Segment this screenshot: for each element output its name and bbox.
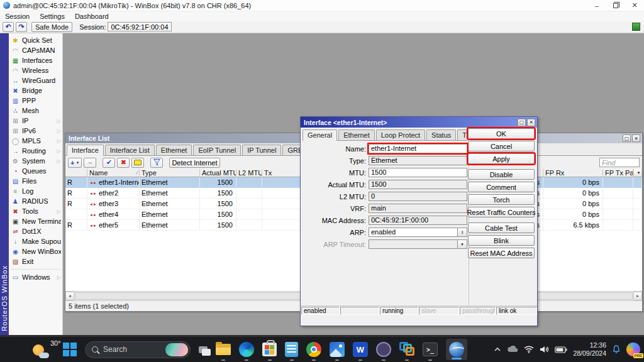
arp-dropdown-icon[interactable]: ⇕ [458, 228, 467, 237]
scroll-left-icon[interactable]: ◄ [65, 292, 74, 300]
tab-interface-list[interactable]: Interface List [105, 145, 155, 155]
blink-button[interactable]: Blink [468, 235, 535, 246]
sidebar-item-dot1x[interactable]: Dot1X [9, 226, 62, 236]
col-name[interactable]: Name∕ [87, 169, 140, 177]
photos-button[interactable] [330, 337, 345, 362]
apply-button[interactable]: Apply [468, 153, 535, 164]
torch-button[interactable]: Torch [468, 194, 535, 205]
add-button[interactable]: +▼ [68, 158, 82, 168]
sidebar-item-log[interactable]: Log [9, 186, 62, 196]
maximize-icon[interactable]: ▢ [518, 119, 526, 126]
col-fp-tx-packet[interactable]: FP Tx Packet [603, 169, 633, 177]
arp-select[interactable]: enabled [369, 228, 458, 237]
ok-button[interactable]: OK [468, 128, 535, 139]
col-l2-mtu[interactable]: L2 MTU [236, 169, 262, 177]
filter-button[interactable] [150, 158, 163, 168]
sidebar-item-system[interactable]: System▷ [9, 156, 62, 166]
sidebar-item-files[interactable]: Files [9, 176, 62, 186]
dialog-titlebar[interactable]: Interface <ether1-Internet> ▢ ✕ [301, 117, 537, 128]
sidebar-item-new-terminal[interactable]: New Terminal [9, 216, 62, 226]
tab-interface[interactable]: Interface [67, 145, 104, 156]
sidebar-item-ppp[interactable]: PPP [9, 96, 62, 106]
tab-ip-tunnel[interactable]: IP Tunnel [242, 145, 281, 155]
sidebar-item-wireguard[interactable]: WireGuard [9, 75, 62, 85]
winbox-taskbar-button[interactable] [446, 337, 467, 362]
find-input[interactable] [599, 158, 640, 167]
copilot-icon[interactable]: PRE [626, 343, 640, 356]
edge-button[interactable] [239, 337, 254, 362]
battery-icon[interactable] [555, 346, 567, 353]
sidebar-item-wireless[interactable]: Wireless [9, 65, 62, 75]
sidebar-item-routing[interactable]: Routing▷ [9, 146, 62, 156]
enable-button[interactable]: ✔ [103, 158, 115, 168]
notification-bell-icon[interactable] [612, 345, 621, 354]
vmware-button[interactable] [399, 337, 414, 362]
sidebar-item-interfaces[interactable]: Interfaces [9, 55, 62, 65]
search-bar[interactable]: Search [85, 337, 191, 362]
chrome-button[interactable] [306, 337, 321, 362]
col-type[interactable]: Type [140, 169, 200, 177]
name-field[interactable]: ether1-Internet [369, 144, 467, 153]
wifi-icon[interactable] [524, 346, 534, 353]
arp-timeout-dropdown-icon[interactable]: ▼ [458, 239, 467, 249]
sidebar-item-windows[interactable]: Windows▷ [9, 272, 62, 282]
notepad-button[interactable] [285, 337, 298, 362]
reset-traffic-counters-button[interactable]: Reset Traffic Counters [468, 207, 535, 217]
restore-button[interactable] [606, 0, 625, 11]
sidebar-item-make-supout[interactable]: Make Supout.rif [9, 236, 62, 246]
maximize-icon[interactable]: ▢ [623, 134, 631, 142]
cancel-button[interactable]: Cancel [468, 141, 535, 151]
onedrive-icon[interactable] [507, 346, 518, 353]
tab-loop-protect[interactable]: Loop Protect [376, 129, 425, 140]
undo-button[interactable]: ↶ [3, 22, 14, 32]
word-button[interactable]: W [353, 337, 368, 362]
tray-chevron-icon[interactable] [494, 347, 501, 352]
task-view-button[interactable] [199, 337, 208, 362]
sidebar-item-ipv6[interactable]: IPv6▷ [9, 126, 62, 136]
sidebar-item-mesh[interactable]: Mesh [9, 106, 62, 116]
cable-test-button[interactable]: Cable Test [468, 222, 535, 233]
detect-internet-button[interactable]: Detect Internet [169, 158, 219, 168]
col-fp-rx[interactable]: FP Rx [543, 169, 603, 177]
comment-button[interactable] [131, 158, 144, 168]
safe-mode-button[interactable]: Safe Mode [31, 22, 72, 32]
scroll-right-icon[interactable]: ► [633, 292, 642, 300]
weather-widget[interactable]: 30° [33, 339, 61, 359]
sidebar-item-mpls[interactable]: MPLS▷ [9, 136, 62, 146]
tab-status[interactable]: Status [426, 129, 456, 140]
sidebar-item-exit[interactable]: Exit [9, 256, 62, 266]
tab-general[interactable]: General [303, 129, 337, 141]
menu-dashboard[interactable]: Dashboard [75, 13, 109, 20]
minimize-button[interactable]: – [587, 0, 606, 11]
sidebar-item-tools[interactable]: Tools▷ [9, 206, 62, 216]
start-button[interactable] [63, 337, 77, 362]
column-chooser-button[interactable]: ▼ [633, 169, 642, 177]
tab-ethernet[interactable]: Ethernet [156, 145, 192, 155]
col-actual-mtu[interactable]: Actual MTU [200, 169, 236, 177]
volume-icon[interactable] [540, 346, 549, 353]
gns3-button[interactable] [376, 337, 391, 362]
reset-mac-address-button[interactable]: Reset MAC Address [468, 248, 535, 258]
sidebar-item-queues[interactable]: Queues [9, 166, 62, 176]
tab-eoip-tunnel[interactable]: EoIP Tunnel [193, 145, 241, 155]
menu-settings[interactable]: Settings [40, 13, 65, 20]
tab-ethernet[interactable]: Ethernet [338, 129, 375, 140]
sidebar-item-quick-set[interactable]: Quick Set [9, 35, 62, 45]
sidebar-item-radius[interactable]: RADIUS [9, 196, 62, 206]
file-explorer-button[interactable] [216, 337, 231, 362]
terminal-button[interactable]: >_ [423, 337, 438, 362]
menu-session[interactable]: Session [5, 13, 30, 20]
close-icon[interactable]: ✕ [527, 119, 535, 126]
sidebar-item-bridge[interactable]: Bridge [9, 85, 62, 96]
col-flag[interactable] [65, 169, 87, 177]
comment-button[interactable]: Comment [468, 182, 535, 192]
disable-button[interactable]: Disable [468, 169, 535, 180]
sidebar-item-capsman[interactable]: CAPsMAN [9, 45, 62, 55]
remove-button[interactable]: − [84, 158, 96, 168]
close-button[interactable]: ✕ [625, 0, 644, 11]
redo-button[interactable]: ↷ [16, 22, 27, 32]
disable-button[interactable]: ✖ [117, 158, 130, 168]
close-icon[interactable]: ✕ [632, 134, 640, 142]
store-button[interactable] [262, 337, 277, 362]
sidebar-item-ip[interactable]: IP▷ [9, 116, 62, 126]
